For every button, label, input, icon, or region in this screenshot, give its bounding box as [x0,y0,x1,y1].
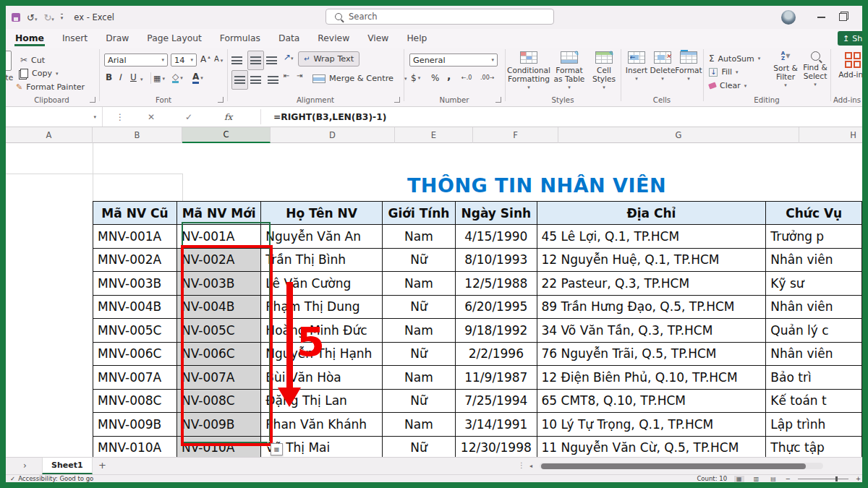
wrap-text-button[interactable]: ↵ Wrap Text [298,51,359,67]
add-sheet-button[interactable]: + [98,460,106,471]
percent-style-button[interactable]: % [431,73,439,83]
name-box[interactable]: ▾ [6,107,103,127]
cell[interactable]: Trần Thị Bình [261,248,382,272]
addins-button[interactable]: Add-ins [835,52,862,79]
cell[interactable]: Kỹ sư [766,272,862,296]
scrollbar-thumb[interactable] [541,463,806,469]
cell-styles-button[interactable]: ✎ Cell Styles▾ [589,51,619,92]
font-size-combo[interactable]: 14▾ [171,53,197,67]
autofill-options-button[interactable]: ▦ [271,443,283,455]
spreadsheet-grid[interactable]: THÔNG TIN NHÂN VIÊN Mã NV CũMã NV MớiHọ … [6,143,862,457]
cell[interactable]: Nhân viên [766,295,862,319]
cell[interactable]: 6/20/1995 [456,295,537,319]
undo-button[interactable]: ↺▾ [27,12,37,23]
comma-style-button[interactable]: , [447,70,451,82]
cell[interactable]: 89 Trần Hưng Đạo, Q.5, TP.HCM [537,295,766,319]
tab-insert[interactable]: Insert [61,30,88,46]
clipboard-dialog-launcher[interactable] [90,97,95,103]
accessibility-status[interactable]: ✓ Accessibility: Good to go [10,475,93,482]
align-bottom-icon[interactable] [266,53,277,67]
fill-button[interactable]: ↓ Fill▾ [709,67,739,77]
cell[interactable]: Nữ [382,248,455,272]
number-format-combo[interactable]: General▾ [409,53,498,67]
orientation-icon[interactable]: ↗▾ [284,52,294,62]
table-header-cell[interactable]: Giới Tính [382,202,455,225]
enter-icon[interactable]: ✓ [185,107,192,127]
cell[interactable]: 76 Nguyễn Trãi, Q.5, TP.HCM [537,342,766,366]
align-middle-icon[interactable] [247,51,264,70]
column-header-C[interactable]: C [182,127,271,143]
align-left-icon[interactable] [231,70,248,90]
increase-decimal-button[interactable]: ←.0 [461,74,472,81]
cell[interactable]: Nam [382,319,455,343]
redo-button[interactable]: ↻▾ [43,12,54,23]
fx-icon[interactable]: fx [224,107,232,127]
page-break-view-button[interactable]: ▤ [768,476,778,482]
bold-button[interactable]: B [106,72,112,82]
cell[interactable]: MNV-009B [93,413,177,437]
tab-home[interactable]: Home [14,30,45,46]
table-header-cell[interactable]: Ngày Sinh [456,202,537,225]
cell[interactable]: MNV-001A [93,225,177,249]
cancel-icon[interactable]: ✕ [148,107,155,127]
cell[interactable]: Nữ [382,436,455,457]
cell[interactable]: MNV-008C [93,389,177,413]
increase-indent-icon[interactable]: ⇥ [297,72,302,80]
sheet-nav-icon[interactable]: › [23,461,27,471]
table-header-cell[interactable]: Địa Chỉ [537,202,766,225]
column-header-H[interactable]: H [799,127,862,143]
cell[interactable]: Nam [382,413,455,437]
italic-button[interactable]: I [119,72,122,82]
tab-review[interactable]: Review [317,30,350,46]
cell[interactable]: 12/5/1988 [456,272,537,296]
column-header-A[interactable]: A [6,127,93,143]
autosum-button[interactable]: Σ AutoSum▾ [709,53,760,64]
grow-font-button[interactable]: A▴ [200,54,210,64]
column-header-F[interactable]: F [473,127,558,143]
decrease-decimal-button[interactable]: .00→ [480,74,494,81]
cell[interactable]: Nam [382,366,455,390]
zoom-in-button[interactable]: + [856,475,861,482]
number-dialog-launcher[interactable] [495,97,501,103]
alignment-dialog-launcher[interactable] [394,97,400,103]
table-header-cell[interactable]: Mã NV Cũ [93,202,177,225]
font-color-button[interactable]: A▾ [192,72,203,84]
find-select-button[interactable]: Find & Select▾ [801,51,829,89]
normal-view-button[interactable]: ▦ [734,476,744,482]
cell[interactable]: Kế toán t [766,389,862,413]
underline-button[interactable]: U [130,72,137,82]
font-dialog-launcher[interactable] [218,97,224,103]
cell[interactable]: Nhân viên [766,248,862,272]
table-header-cell[interactable]: Mã NV Mới [176,202,260,225]
shrink-font-button[interactable]: A▾ [214,54,223,64]
decrease-indent-icon[interactable]: ⇤ [284,72,289,80]
cell[interactable]: Bùi Văn Hòa [261,366,382,390]
align-center-icon[interactable] [250,73,261,87]
cell[interactable]: MNV-007A [93,366,177,390]
tab-view[interactable]: View [367,30,389,46]
conditional-formatting-button[interactable]: Conditional Formatting▾ [508,51,550,92]
cell[interactable]: Phan Văn Khánh [261,413,382,437]
cell[interactable]: Lập trình [766,413,862,437]
cell[interactable]: 2/2/1996 [456,342,537,366]
delete-cells-button[interactable]: ✕ Delete▾ [650,51,675,83]
cell[interactable]: 11 Nguyễn Văn Cừ, Q.5, TP.HCM [537,436,766,457]
cell[interactable]: 7/25/1994 [456,389,537,413]
clear-button[interactable]: Clear▾ [709,81,746,90]
cell[interactable]: Nhân viên [766,342,862,366]
column-header-G[interactable]: G [558,127,799,143]
accounting-format-button[interactable]: $▾ [411,73,420,83]
cell[interactable]: Nữ [382,342,455,366]
align-top-icon[interactable] [231,53,242,67]
horizontal-scrollbar[interactable] [540,463,823,469]
cell[interactable]: MNV-010A [93,436,177,457]
cell[interactable]: Nữ [382,389,455,413]
cell[interactable]: Thực tập [766,436,862,457]
cell[interactable]: MNV-005C [93,319,177,343]
tab-draw[interactable]: Draw [105,30,129,46]
insert-cells-button[interactable]: ← Insert▾ [625,51,648,83]
restore-button[interactable] [839,13,847,21]
scroll-left-icon[interactable]: ◂ [529,463,532,469]
cell[interactable]: 22 Pasteur, Q.3, TP.HCM [537,272,766,296]
tab-data[interactable]: Data [278,30,300,46]
